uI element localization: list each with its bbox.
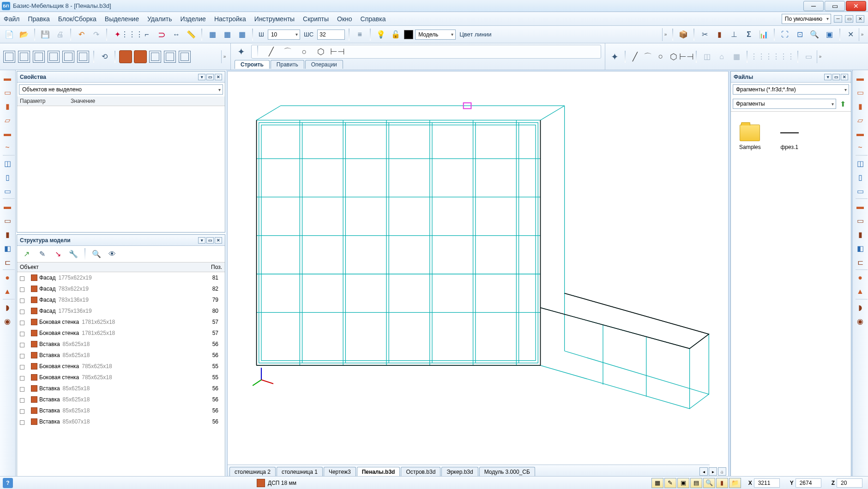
rvt-socket-icon[interactable]: ◉ bbox=[854, 315, 867, 328]
structure-row[interactable]: Вставка85x625x1856 bbox=[17, 394, 225, 405]
undo-button[interactable]: ↶ bbox=[75, 28, 88, 41]
r-mirror-button[interactable]: ◫ bbox=[700, 50, 713, 63]
r-array3-button[interactable]: ⋮⋮ bbox=[781, 50, 794, 63]
structure-row[interactable]: Фасад783x136x1979 bbox=[17, 294, 225, 305]
rvt-board-icon[interactable]: ▭ bbox=[854, 86, 867, 99]
lvt-profile-icon[interactable]: ▱ bbox=[1, 113, 14, 126]
wireframe1-button[interactable] bbox=[149, 50, 162, 63]
st-btn-6[interactable]: ▮ bbox=[716, 478, 728, 488]
status-material[interactable]: ДСП 18 мм bbox=[257, 479, 296, 487]
lvt-sphere-icon[interactable]: ● bbox=[1, 271, 14, 284]
files-menu-button[interactable]: ▾ bbox=[824, 74, 832, 80]
files-restore-button[interactable]: ▭ bbox=[832, 74, 840, 80]
view-left-button[interactable] bbox=[32, 50, 45, 63]
lvt-blue1-icon[interactable]: ◫ bbox=[1, 157, 14, 170]
r-array-button[interactable]: ⋮⋮ bbox=[751, 50, 764, 63]
view-right-button[interactable] bbox=[47, 50, 60, 63]
rvt-shelf-icon[interactable]: ▬ bbox=[854, 200, 867, 213]
structure-list[interactable]: Фасад1775x622x1981Фасад783x622x1982Фасад… bbox=[17, 272, 225, 477]
doc-tab[interactable]: Модуль 3.000_СБ bbox=[479, 467, 535, 477]
rvt-blue2-icon[interactable]: ▯ bbox=[854, 171, 867, 184]
shade1-button[interactable] bbox=[119, 50, 132, 63]
model-combo[interactable]: Модель bbox=[415, 30, 456, 40]
menu-window[interactable]: Окно bbox=[337, 15, 352, 23]
lvt-shelf-icon[interactable]: ▬ bbox=[1, 200, 14, 213]
menu-file[interactable]: Файл bbox=[4, 15, 19, 23]
cut-button[interactable]: ✂ bbox=[698, 28, 711, 41]
st-remove-button[interactable]: ↘ bbox=[51, 248, 64, 261]
rvt-hinge-icon[interactable]: ◗ bbox=[854, 301, 867, 314]
redo-button[interactable]: ↷ bbox=[90, 28, 102, 41]
lvt-stick-icon[interactable]: ▮ bbox=[1, 100, 14, 113]
doc-tab[interactable]: Пеналы.b3d bbox=[357, 467, 400, 477]
menu-help[interactable]: Справка bbox=[361, 15, 386, 23]
mdi-minimize-button[interactable]: ─ bbox=[834, 15, 842, 23]
st-btn-5[interactable]: 🔍 bbox=[703, 478, 715, 488]
file-item-frez[interactable]: фрез.1 bbox=[779, 125, 800, 150]
view-front-button[interactable] bbox=[3, 50, 16, 63]
color-swatch[interactable] bbox=[404, 30, 413, 39]
files-filter-combo[interactable]: Фрагменты (*.fr3d;*.frw) bbox=[733, 84, 849, 95]
maximize-button[interactable]: ▭ bbox=[825, 1, 845, 11]
door-button[interactable]: ▮ bbox=[713, 28, 726, 41]
zoom-extents-button[interactable]: ▣ bbox=[823, 28, 836, 41]
assembly2-button[interactable]: ▦ bbox=[221, 28, 234, 41]
lvt-sliding-icon[interactable]: ◧ bbox=[1, 242, 14, 255]
tab-edit[interactable]: Править bbox=[271, 60, 304, 69]
properties-close-button[interactable]: ✕ bbox=[215, 74, 222, 80]
package-button[interactable]: 📦 bbox=[677, 28, 690, 41]
r-ext1-button[interactable]: ▭ bbox=[802, 50, 815, 63]
structure-row[interactable]: Фасад1775x136x1980 bbox=[17, 305, 225, 316]
rotate-button[interactable]: ⟲ bbox=[98, 50, 111, 63]
lvt-groove-icon[interactable]: ⊏ bbox=[1, 256, 14, 268]
files-folder-combo[interactable]: Фрагменты bbox=[733, 99, 836, 109]
lvt-board-icon[interactable]: ▭ bbox=[1, 86, 14, 99]
menu-edit[interactable]: Правка bbox=[28, 15, 49, 23]
r-line-button[interactable]: ╱ bbox=[629, 51, 640, 62]
rvt-profile-icon[interactable]: ▱ bbox=[854, 113, 867, 126]
rvt-blue3-icon[interactable]: ▭ bbox=[854, 185, 867, 197]
assembly3-button[interactable]: ▦ bbox=[235, 28, 248, 41]
structure-row[interactable]: Боковая стенка1781x625x1857 bbox=[17, 316, 225, 328]
file-item-samples[interactable]: Samples bbox=[739, 125, 761, 150]
lvt-panel-icon[interactable]: ▬ bbox=[1, 72, 14, 85]
lvt-door-icon[interactable]: ▮ bbox=[1, 228, 14, 241]
dimension-button[interactable]: ⊢⊣ bbox=[332, 46, 343, 57]
r-arc-button[interactable]: ⌒ bbox=[642, 51, 653, 62]
measure-button[interactable]: ↔ bbox=[170, 28, 183, 41]
doc-tab[interactable]: Эркер.b3d bbox=[441, 467, 478, 477]
layout-combo[interactable]: По умолчанию bbox=[782, 14, 831, 24]
structure-close-button[interactable]: ✕ bbox=[215, 237, 222, 244]
structure-row[interactable]: Боковая стенка785x625x1855 bbox=[17, 372, 225, 383]
layer-button[interactable]: ≡ bbox=[353, 28, 366, 41]
ruler-button[interactable]: 📏 bbox=[185, 28, 198, 41]
tab-next-button[interactable]: ▸ bbox=[709, 467, 717, 476]
mdi-restore-button[interactable]: ▭ bbox=[845, 15, 853, 23]
wireframe3-button[interactable] bbox=[178, 50, 191, 63]
tab-list-button[interactable]: ⌂ bbox=[718, 467, 726, 476]
new-button[interactable]: 📄 bbox=[3, 28, 16, 41]
menu-selection[interactable]: Выделение bbox=[105, 15, 139, 23]
doc-tab[interactable]: столешница 1 bbox=[277, 467, 323, 477]
properties-selection-combo[interactable]: Объектов не выделено bbox=[19, 84, 223, 95]
properties-restore-button[interactable]: ▭ bbox=[206, 74, 214, 80]
menu-delete[interactable]: Удалить bbox=[147, 15, 172, 23]
grid-button[interactable]: ⋮⋮⋮ bbox=[126, 28, 139, 41]
rvt-cone-icon[interactable]: ▲ bbox=[854, 285, 867, 298]
hardware-button[interactable]: ⊥ bbox=[728, 28, 741, 41]
lvt-hinge-icon[interactable]: ◗ bbox=[1, 301, 14, 314]
structure-row[interactable]: Вставка85x625x1856 bbox=[17, 383, 225, 394]
hexagon-button[interactable]: ⬡ bbox=[315, 46, 326, 57]
st-edit-button[interactable]: ✎ bbox=[36, 248, 48, 261]
rvt-door-icon[interactable]: ▮ bbox=[854, 228, 867, 241]
lvt-cone-icon[interactable]: ▲ bbox=[1, 285, 14, 298]
st-search-button[interactable]: 🔍 bbox=[90, 248, 103, 261]
st-wrench-button[interactable]: 🔧 bbox=[67, 248, 80, 261]
lvt-edge-icon[interactable]: ▬ bbox=[1, 127, 14, 140]
properties-menu-button[interactable]: ▾ bbox=[198, 74, 205, 80]
magnet-button[interactable]: ⊃ bbox=[155, 28, 168, 41]
doc-tab[interactable]: Остров.b3d bbox=[401, 467, 440, 477]
menu-settings[interactable]: Настройка bbox=[214, 15, 246, 23]
rvt-stick-icon[interactable]: ▮ bbox=[854, 100, 867, 113]
rvt-panel-icon[interactable]: ▬ bbox=[854, 72, 867, 85]
